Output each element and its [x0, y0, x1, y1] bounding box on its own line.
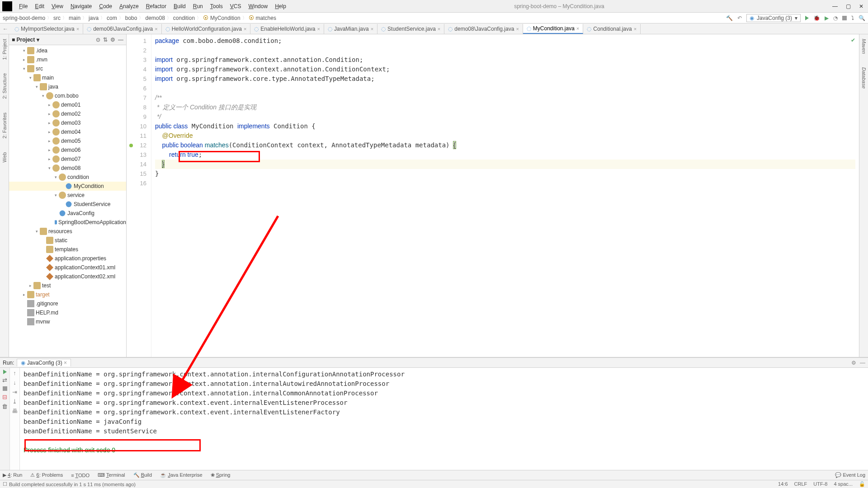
right-tab-database[interactable]: Database: [861, 67, 867, 89]
left-tab-web[interactable]: Web: [2, 152, 7, 162]
editor-tab[interactable]: ◌Conditional.java×: [583, 24, 641, 34]
editor-tab[interactable]: ◌EnableHelloWorld.java×: [250, 24, 324, 34]
editor-tab[interactable]: ◌MyImportSelector.java×: [11, 24, 83, 34]
tree-node[interactable]: ▾com.bobo: [9, 91, 126, 100]
toolwin-terminal[interactable]: ⌨ Terminal: [98, 472, 125, 478]
maximize-icon[interactable]: ▢: [846, 3, 851, 9]
coverage-icon[interactable]: ▶: [825, 15, 829, 21]
tool-settings-icon[interactable]: ⚙: [110, 37, 115, 43]
menu-build[interactable]: Build: [171, 2, 189, 10]
status-field[interactable]: 14:6: [778, 481, 788, 487]
breadcrumb-item[interactable]: bobo: [125, 15, 137, 21]
editor-tab[interactable]: ◌JavaMian.java×: [324, 24, 377, 34]
tree-node[interactable]: ▾.idea: [9, 46, 126, 55]
scroll-icon[interactable]: ⤓: [12, 398, 17, 405]
tree-node[interactable]: ▸.mvn: [9, 55, 126, 64]
tree-node[interactable]: ▸demo01: [9, 100, 126, 109]
status-field[interactable]: CRLF: [794, 481, 807, 487]
close-icon[interactable]: ×: [64, 360, 67, 366]
tree-node[interactable]: HELP.md: [9, 308, 126, 317]
run-icon[interactable]: [805, 16, 809, 20]
tree-node[interactable]: ▸demo03: [9, 118, 126, 127]
event-log-button[interactable]: 💬 Event Log: [835, 472, 865, 478]
console-output[interactable]: beanDefinitionName = org.springframework…: [20, 368, 868, 470]
lock-icon[interactable]: 🔓: [859, 481, 865, 487]
menu-refactor[interactable]: Refactor: [143, 2, 169, 10]
tree-node[interactable]: SpringBootDemoApplication: [9, 218, 126, 227]
print-icon[interactable]: 🖶: [12, 408, 18, 414]
toolwin-build[interactable]: 🔨 Build: [133, 472, 152, 478]
breadcrumb-item[interactable]: demo08: [145, 15, 165, 21]
tree-node[interactable]: ▾java: [9, 82, 126, 91]
menu-run[interactable]: Run: [190, 2, 206, 10]
menu-navigate[interactable]: Navigate: [68, 2, 94, 10]
pin-icon[interactable]: 🗑: [2, 403, 8, 410]
tree-node[interactable]: static: [9, 236, 126, 245]
tree-node[interactable]: ▸demo04: [9, 127, 126, 136]
rerun-icon[interactable]: [3, 370, 7, 374]
breadcrumb-item[interactable]: com: [107, 15, 117, 21]
update-icon[interactable]: ⤵: [851, 15, 854, 21]
breadcrumb-item[interactable]: condition: [173, 15, 195, 21]
back-icon[interactable]: ↶: [737, 15, 742, 21]
select-opened-icon[interactable]: ⊙: [96, 37, 100, 43]
tree-node[interactable]: ▸target: [9, 290, 126, 299]
run-settings-icon2[interactable]: ⇄: [2, 377, 7, 384]
menu-window[interactable]: Window: [245, 2, 270, 10]
right-tab-maven[interactable]: Maven: [861, 39, 867, 54]
tree-node[interactable]: ▾main: [9, 73, 126, 82]
stop-run-icon[interactable]: [3, 386, 7, 391]
close-icon[interactable]: ✕: [859, 3, 863, 9]
tree-node[interactable]: ▸demo06: [9, 145, 126, 155]
profile-icon[interactable]: ◔: [833, 15, 838, 21]
left-tab-favorites[interactable]: 2: Favorites: [2, 113, 7, 138]
stop-icon[interactable]: [842, 16, 847, 20]
toolwin-spring[interactable]: ❀ Spring: [211, 472, 231, 478]
tree-node[interactable]: applicationContext01.xml: [9, 263, 126, 272]
tree-node[interactable]: ▸test: [9, 281, 126, 290]
close-icon[interactable]: ×: [155, 26, 157, 32]
breadcrumb-item[interactable]: java: [89, 15, 99, 21]
run-settings-icon[interactable]: ⚙: [851, 360, 856, 366]
tree-node[interactable]: JavaConfig: [9, 209, 126, 218]
build-icon[interactable]: 🔨: [726, 15, 733, 21]
tree-node[interactable]: ▾resources: [9, 227, 126, 236]
tab-prev-icon[interactable]: ←: [0, 26, 11, 32]
editor-tab[interactable]: ◌demo06\JavaConfig.java×: [83, 24, 162, 34]
editor-tab[interactable]: ◌demo08\JavaConfig.java×: [444, 24, 523, 34]
tree-node[interactable]: ▸demo02: [9, 109, 126, 118]
minimize-icon[interactable]: —: [832, 3, 838, 9]
close-icon[interactable]: ×: [317, 26, 320, 32]
run-tab[interactable]: ◉ JavaConfig (3) ×: [17, 359, 71, 366]
breadcrumb-item[interactable]: ⦿ MyCondition: [203, 15, 241, 21]
tree-node[interactable]: applicationContext02.xml: [9, 272, 126, 281]
tree-node[interactable]: StudentService: [9, 200, 126, 209]
tree-node[interactable]: .gitignore: [9, 299, 126, 308]
up-icon[interactable]: ↑: [13, 370, 16, 376]
menu-help[interactable]: Help: [272, 2, 289, 10]
project-tree[interactable]: ▾.idea▸.mvn▾src▾main▾java▾com.bobo▸demo0…: [9, 45, 126, 327]
tree-node[interactable]: ▸demo05: [9, 136, 126, 145]
editor-area[interactable]: 12345678910111213141516 package com.bobo…: [127, 34, 859, 357]
tree-node[interactable]: MyCondition: [9, 182, 126, 191]
close-icon[interactable]: ×: [244, 26, 246, 32]
search-icon[interactable]: 🔍: [859, 15, 865, 21]
menu-code[interactable]: Code: [96, 2, 115, 10]
expand-all-icon[interactable]: ⇅: [103, 37, 108, 43]
editor-tab[interactable]: ◌StudentService.java×: [377, 24, 444, 34]
toolwin-javaenterprise[interactable]: ☕ Java Enterprise: [160, 472, 203, 478]
left-tab-structure[interactable]: 2: Structure: [2, 73, 7, 99]
layout-icon[interactable]: ⊟: [2, 394, 7, 400]
menu-view[interactable]: View: [49, 2, 66, 10]
close-icon[interactable]: ×: [516, 26, 519, 32]
breadcrumb-item[interactable]: ⦿ matches: [249, 15, 276, 21]
tree-node[interactable]: ▸demo07: [9, 155, 126, 164]
breadcrumb[interactable]: spring-boot-demosrcmainjavacombobodemo08…: [3, 14, 276, 21]
menu-edit[interactable]: Edit: [32, 2, 47, 10]
debug-icon[interactable]: 🐞: [813, 15, 820, 21]
editor-tab[interactable]: ◌MyCondition.java×: [523, 24, 583, 34]
tree-node[interactable]: ▾demo08: [9, 164, 126, 173]
menu-file[interactable]: File: [16, 2, 30, 10]
close-icon[interactable]: ×: [371, 26, 373, 32]
left-tab-project[interactable]: 1: Project: [2, 39, 7, 60]
